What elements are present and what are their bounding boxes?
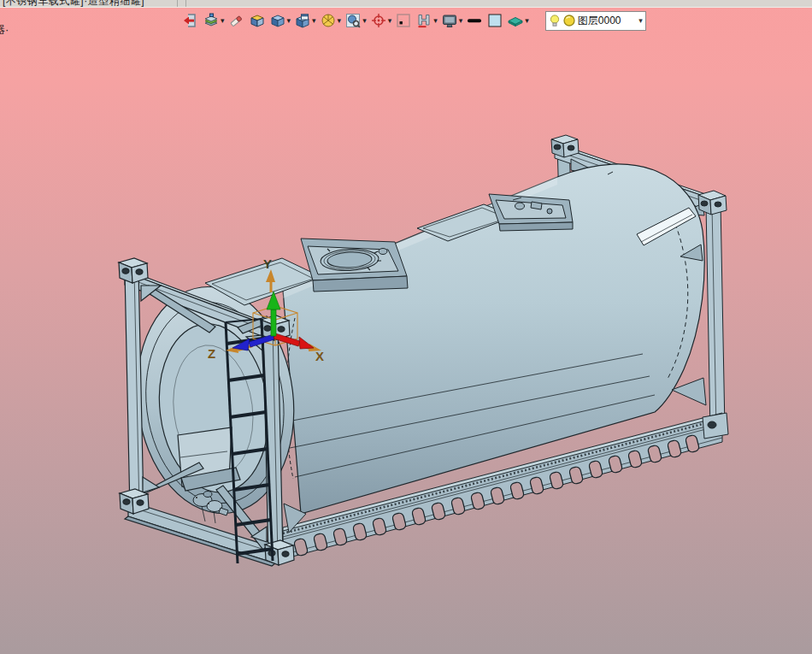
layer-circle-icon — [562, 14, 576, 27]
clip-icon — [415, 12, 432, 29]
cube-window-button[interactable]: ▾ — [293, 9, 317, 32]
framed-view-button[interactable]: ▾ — [344, 9, 368, 32]
axis-y-label: Y — [263, 256, 272, 271]
bulb-icon — [549, 14, 561, 28]
eraser-icon — [228, 12, 245, 29]
shaded-cube-button[interactable]: ▾ — [268, 9, 292, 32]
layers-stack-button[interactable]: ▾ — [202, 9, 226, 32]
target-icon — [370, 12, 387, 29]
monitor-icon — [441, 12, 458, 29]
line-width-button[interactable] — [465, 9, 484, 32]
point-box-button[interactable] — [394, 9, 413, 32]
framed-view-icon — [344, 12, 362, 29]
axis-z-label: Z — [208, 346, 215, 361]
layer-slab-button[interactable]: ▾ — [506, 9, 530, 32]
dropdown-caret[interactable]: ▾ — [338, 17, 342, 25]
dropdown-caret[interactable]: ▾ — [433, 17, 438, 25]
dropdown-caret[interactable]: ▾ — [459, 17, 463, 25]
orient-wheel-button[interactable]: ▾ — [319, 9, 343, 32]
dropdown-caret[interactable]: ▾ — [525, 17, 529, 25]
cube-window-icon — [294, 12, 311, 29]
shaded-cube-icon — [269, 12, 286, 29]
dropdown-caret[interactable]: ▾ — [388, 17, 392, 25]
layer-slab-icon — [507, 12, 524, 29]
layers-stack-icon — [203, 12, 220, 29]
iso-box-button[interactable] — [248, 9, 267, 32]
color-swatch-button[interactable] — [485, 9, 504, 32]
color-swatch-icon — [486, 12, 503, 29]
titlebar-separator — [185, 0, 186, 7]
exit-icon — [182, 12, 199, 29]
eraser-button[interactable] — [227, 9, 246, 32]
dropdown-caret[interactable]: ▾ — [362, 17, 367, 25]
orient-wheel-icon — [320, 12, 337, 29]
iso-box-icon — [249, 12, 266, 29]
point-box-icon — [395, 12, 412, 29]
exit-button[interactable] — [181, 9, 200, 32]
cad-application-window: { "window": { "title_fragment": "[不锈钢车载式… — [0, 0, 812, 654]
toolbar-buttons: ▾▾▾▾▾▾▾▾▾ — [181, 9, 530, 32]
dropdown-caret[interactable]: ▾ — [287, 17, 291, 25]
layer-combo-caret[interactable]: ▾ — [638, 17, 643, 25]
layer-combo-value: 图层0000 — [578, 14, 636, 28]
viewport-3d[interactable]: Y X Z — [0, 0, 812, 654]
toolbar: ▾▾▾▾▾▾▾▾▾ 图层0000 ▾ — [0, 7, 812, 34]
monitor-button[interactable]: ▾ — [440, 9, 464, 32]
titlebar-separator — [177, 0, 178, 7]
dropdown-caret[interactable]: ▾ — [221, 17, 225, 25]
target-button[interactable]: ▾ — [369, 9, 393, 32]
layer-combo[interactable]: 图层0000 ▾ — [545, 11, 646, 31]
rear-bottom-casting — [703, 413, 728, 439]
dropdown-caret[interactable]: ▾ — [312, 17, 316, 25]
line-width-icon — [466, 12, 483, 29]
axis-x-label: X — [315, 349, 324, 363]
clip-button[interactable]: ▾ — [415, 9, 438, 32]
